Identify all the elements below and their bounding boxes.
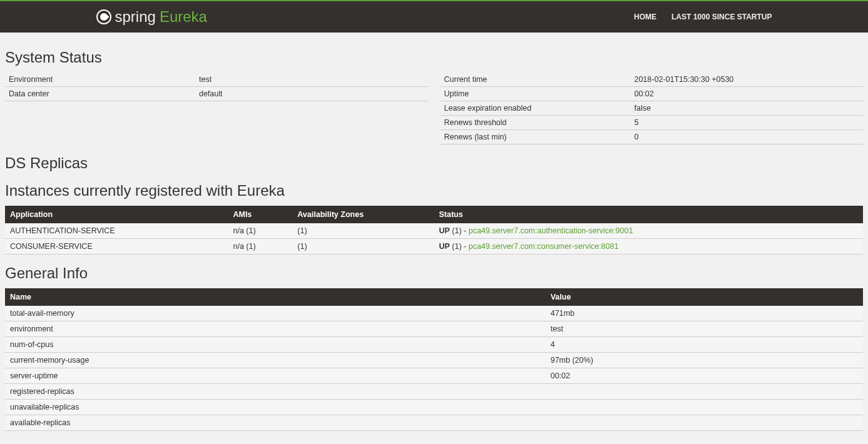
instance-link[interactable]: pca49.server7.com:authentication-service… bbox=[469, 226, 633, 235]
nav-home-link[interactable]: HOME bbox=[634, 13, 656, 21]
system-status-label: Uptime bbox=[441, 87, 631, 101]
instance-zones: (1) bbox=[292, 223, 434, 239]
heading-system-status: System Status bbox=[5, 49, 863, 66]
instance-app: CONSUMER-SERVICE bbox=[5, 239, 228, 255]
spring-logo-icon bbox=[96, 9, 111, 24]
table-row: registered-replicas bbox=[5, 384, 863, 400]
general-info-label: unavailable-replicas bbox=[5, 400, 546, 415]
system-status-label: Current time bbox=[441, 73, 631, 87]
general-info-label: registered-replicas bbox=[5, 384, 546, 400]
general-info-table: Name Value total-avail-memory471mbenviro… bbox=[5, 288, 863, 431]
instances-table: Application AMIs Availability Zones Stat… bbox=[5, 206, 863, 255]
general-info-value bbox=[546, 400, 863, 415]
general-info-label: server-uptime bbox=[5, 368, 546, 384]
table-row: available-replicas bbox=[5, 415, 863, 431]
table-row: current-memory-usage97mb (20%) bbox=[5, 353, 863, 368]
general-info-label: current-memory-usage bbox=[5, 353, 546, 368]
brand: spring Eureka bbox=[96, 8, 207, 26]
table-row: Renews threshold5 bbox=[441, 116, 864, 130]
system-status-value: test bbox=[195, 73, 428, 87]
system-status-label: Data center bbox=[5, 87, 195, 101]
instance-link[interactable]: pca49.server7.com:consumer-service:8081 bbox=[469, 242, 619, 251]
nav-links: HOME LAST 1000 SINCE STARTUP bbox=[634, 13, 772, 21]
table-row: Lease expiration enabledfalse bbox=[441, 101, 864, 116]
heading-ds-replicas: DS Replicas bbox=[5, 154, 863, 172]
table-row: Uptime00:02 bbox=[441, 87, 864, 101]
system-status-label: Renews (last min) bbox=[441, 130, 631, 144]
general-info-value: 4 bbox=[546, 337, 863, 353]
instances-th-zones: Availability Zones bbox=[292, 206, 434, 223]
brand-spring-text: spring bbox=[115, 8, 156, 26]
table-row: Current time2018-02-01T15:30:30 +0530 bbox=[441, 73, 864, 87]
instance-app: AUTHENTICATION-SERVICE bbox=[5, 223, 228, 239]
table-row: Environmenttest bbox=[5, 73, 428, 87]
system-status-right-table: Current time2018-02-01T15:30:30 +0530Upt… bbox=[441, 73, 864, 144]
system-status-value: false bbox=[630, 101, 863, 116]
general-th-value: Value bbox=[546, 288, 863, 306]
general-info-value: test bbox=[546, 321, 863, 337]
general-info-label: total-avail-memory bbox=[5, 306, 546, 321]
instance-status: UP (1) - pca49.server7.com:authenticatio… bbox=[434, 223, 863, 239]
instance-row: AUTHENTICATION-SERVICEn/a (1)(1)UP (1) -… bbox=[5, 223, 863, 239]
general-info-value: 97mb (20%) bbox=[546, 353, 863, 368]
instance-status: UP (1) - pca49.server7.com:consumer-serv… bbox=[434, 239, 863, 255]
heading-instance-info: Instance Info bbox=[5, 441, 863, 444]
general-info-value: 00:02 bbox=[546, 368, 863, 384]
general-info-value: 471mb bbox=[546, 306, 863, 321]
table-row: num-of-cpus4 bbox=[5, 337, 863, 353]
brand-eureka-text: Eureka bbox=[160, 8, 207, 26]
general-info-value bbox=[546, 415, 863, 431]
general-info-label: environment bbox=[5, 321, 546, 337]
general-info-value bbox=[546, 384, 863, 400]
system-status-label: Lease expiration enabled bbox=[441, 101, 631, 116]
instance-amis: n/a (1) bbox=[228, 223, 292, 239]
table-row: server-uptime00:02 bbox=[5, 368, 863, 384]
general-info-label: available-replicas bbox=[5, 415, 546, 431]
system-status-value: default bbox=[195, 87, 428, 101]
table-row: unavailable-replicas bbox=[5, 400, 863, 415]
instance-row: CONSUMER-SERVICEn/a (1)(1)UP (1) - pca49… bbox=[5, 239, 863, 255]
system-status-value: 0 bbox=[630, 130, 863, 144]
system-status-value: 5 bbox=[630, 116, 863, 130]
instance-zones: (1) bbox=[292, 239, 434, 255]
table-row: Data centerdefault bbox=[5, 87, 428, 101]
system-status-value: 00:02 bbox=[630, 87, 863, 101]
heading-instances: Instances currently registered with Eure… bbox=[5, 182, 863, 199]
system-status-label: Environment bbox=[5, 73, 195, 87]
instances-th-status: Status bbox=[434, 206, 863, 223]
navbar: spring Eureka HOME LAST 1000 SINCE START… bbox=[0, 1, 868, 33]
heading-general-info: General Info bbox=[5, 265, 863, 282]
system-status-value: 2018-02-01T15:30:30 +0530 bbox=[630, 73, 863, 87]
system-status-left-table: EnvironmenttestData centerdefault bbox=[5, 73, 428, 101]
table-row: environmenttest bbox=[5, 321, 863, 337]
instance-amis: n/a (1) bbox=[228, 239, 292, 255]
general-th-name: Name bbox=[5, 288, 546, 306]
instances-th-amis: AMIs bbox=[228, 206, 292, 223]
table-row: Renews (last min)0 bbox=[441, 130, 864, 144]
system-status-label: Renews threshold bbox=[441, 116, 631, 130]
general-info-label: num-of-cpus bbox=[5, 337, 546, 353]
table-row: total-avail-memory471mb bbox=[5, 306, 863, 321]
nav-last1000-link[interactable]: LAST 1000 SINCE STARTUP bbox=[671, 13, 772, 21]
instances-th-app: Application bbox=[5, 206, 228, 223]
